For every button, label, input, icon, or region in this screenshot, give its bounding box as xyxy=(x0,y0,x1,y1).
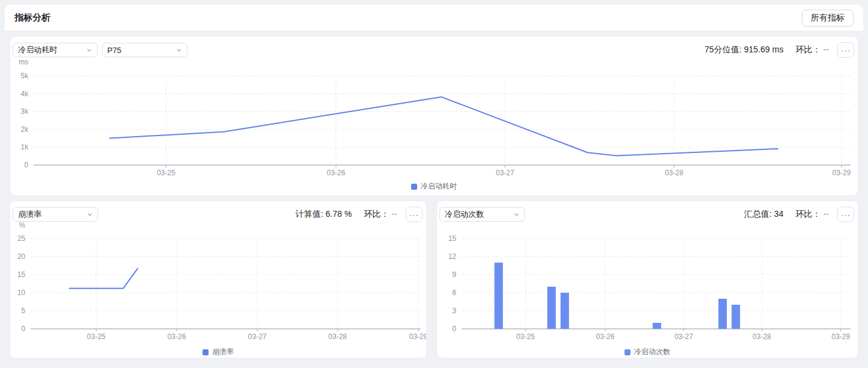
cold-start-count-chart[interactable]: 0369121503-2503-2603-2703-2803-29 xyxy=(437,201,858,358)
crash-rate-card: 崩溃率 计算值:6.78 % 环比：-- ··· 0510152025%03-2… xyxy=(10,201,427,358)
page-header: 指标分析 所有指标 xyxy=(5,5,863,31)
svg-text:0: 0 xyxy=(21,325,25,333)
svg-text:%: % xyxy=(19,221,25,229)
cold-start-count-card: 冷启动次数 汇总值:34 环比：-- ··· 0369121503-2503-2… xyxy=(436,201,858,358)
svg-text:6: 6 xyxy=(452,288,456,297)
all-metrics-button[interactable]: 所有指标 xyxy=(802,10,854,27)
legend-item[interactable]: 冷启动次数 xyxy=(624,347,670,357)
svg-text:03-29: 03-29 xyxy=(832,169,851,177)
svg-text:3k: 3k xyxy=(20,107,29,116)
chart-legend: 崩溃率 xyxy=(10,347,426,357)
svg-text:5k: 5k xyxy=(20,72,29,80)
chart-legend: 冷启动次数 xyxy=(437,347,858,357)
legend-label: 崩溃率 xyxy=(212,347,234,357)
legend-label: 冷启动次数 xyxy=(634,347,670,357)
svg-text:15: 15 xyxy=(448,234,457,243)
svg-text:03-29: 03-29 xyxy=(409,332,427,341)
svg-text:03-25: 03-25 xyxy=(157,169,175,177)
svg-text:1k: 1k xyxy=(20,143,29,151)
crash-rate-chart[interactable]: 0510152025%03-2503-2603-2703-2803-29 xyxy=(10,201,427,358)
svg-text:03-26: 03-26 xyxy=(596,332,615,341)
svg-text:25: 25 xyxy=(17,234,26,243)
svg-text:03-29: 03-29 xyxy=(832,332,851,341)
svg-text:03-26: 03-26 xyxy=(168,332,186,341)
svg-text:0: 0 xyxy=(24,161,28,169)
svg-text:03-25: 03-25 xyxy=(516,332,535,341)
page-title: 指标分析 xyxy=(14,12,51,23)
svg-text:0: 0 xyxy=(452,325,456,333)
svg-text:15: 15 xyxy=(17,270,26,279)
svg-text:03-27: 03-27 xyxy=(248,332,267,341)
svg-text:03-27: 03-27 xyxy=(675,332,693,341)
chart-legend: 冷启动耗时 xyxy=(10,181,858,192)
svg-text:12: 12 xyxy=(448,252,457,261)
svg-text:2k: 2k xyxy=(20,125,29,134)
svg-text:3: 3 xyxy=(452,307,456,315)
svg-text:03-25: 03-25 xyxy=(87,332,105,341)
svg-text:03-27: 03-27 xyxy=(495,169,514,177)
legend-swatch-icon xyxy=(624,349,631,355)
svg-text:5: 5 xyxy=(21,307,25,315)
svg-text:4k: 4k xyxy=(20,90,29,98)
svg-text:ms: ms xyxy=(19,58,28,66)
svg-text:20: 20 xyxy=(17,252,26,261)
svg-text:03-28: 03-28 xyxy=(329,332,347,341)
cold-start-time-chart[interactable]: 01k2k3k4k5kms03-2503-2603-2703-2803-29 xyxy=(10,37,858,196)
svg-text:9: 9 xyxy=(452,270,456,279)
legend-swatch-icon xyxy=(411,184,417,190)
cold-start-time-card: 冷启动耗时 P75 75分位值:915.69 ms 环比：-- ··· 01k2… xyxy=(10,36,858,196)
svg-text:03-26: 03-26 xyxy=(327,169,345,177)
legend-item[interactable]: 冷启动耗时 xyxy=(411,181,457,192)
metric-analysis-page: 指标分析 所有指标 冷启动耗时 P75 75分位值:915.69 ms 环比：-… xyxy=(0,0,868,368)
legend-label: 冷启动耗时 xyxy=(421,181,457,192)
legend-swatch-icon xyxy=(203,349,209,355)
svg-text:03-28: 03-28 xyxy=(753,332,772,341)
svg-text:10: 10 xyxy=(17,288,26,297)
legend-item[interactable]: 崩溃率 xyxy=(203,347,234,357)
svg-text:03-28: 03-28 xyxy=(665,169,684,177)
